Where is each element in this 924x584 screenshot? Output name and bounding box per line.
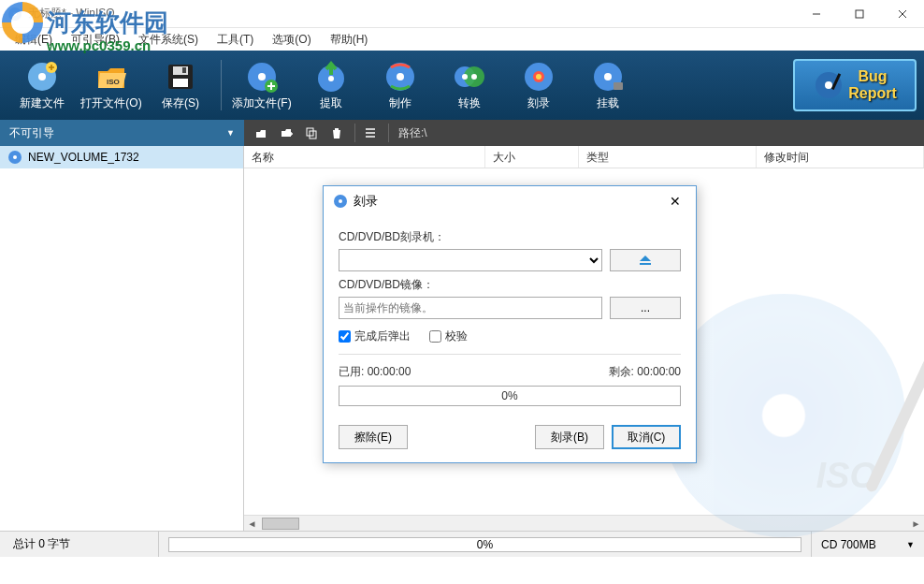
status-total: 总计 0 字节 <box>0 532 159 557</box>
bug-report-label1: Bug <box>848 68 897 85</box>
dialog-close-button[interactable]: ✕ <box>664 190 686 212</box>
new-file-icon <box>25 60 59 94</box>
add-file-icon <box>245 60 279 94</box>
svg-point-32 <box>825 81 832 89</box>
app-icon <box>7 7 22 22</box>
col-type[interactable]: 类型 <box>579 146 757 168</box>
list-header: 名称 大小 类型 修改时间 <box>244 146 924 168</box>
open-file-button[interactable]: ISO 打开文件(O) <box>77 53 146 117</box>
svg-point-20 <box>397 73 404 80</box>
svg-rect-43 <box>640 263 651 265</box>
svg-point-23 <box>462 74 468 80</box>
col-mtime[interactable]: 修改时间 <box>757 146 924 168</box>
titlebar: 无标题* - WinISO <box>0 0 924 28</box>
svg-text:ISO: ISO <box>107 78 120 86</box>
burn-button[interactable]: 刻录 <box>504 53 573 117</box>
view-mode-button[interactable] <box>359 123 382 143</box>
remain-time: 剩余: 00:00:00 <box>609 364 681 380</box>
media-label: CD 700MB <box>821 538 876 551</box>
extract-label: 提取 <box>320 95 342 111</box>
mount-button[interactable]: 挂载 <box>573 53 642 117</box>
dialog-progress-text: 0% <box>501 389 517 402</box>
bug-report-label2: Report <box>848 85 897 102</box>
browse-button[interactable]: ... <box>610 297 681 319</box>
make-icon <box>383 60 417 94</box>
burn-dialog: 刻录 ✕ CD/DVD/BD刻录机： CD/DVD/BD镜像： ... 完成后弹… <box>323 185 697 463</box>
menu-filesystem[interactable]: 文件系统(S) <box>129 30 208 50</box>
svg-point-40 <box>13 155 17 159</box>
copy-button[interactable] <box>300 123 323 143</box>
make-label: 制作 <box>389 95 411 111</box>
svg-point-27 <box>536 74 541 80</box>
burner-label: CD/DVD/BD刻录机： <box>339 229 681 245</box>
save-button[interactable]: 保存(S) <box>146 53 215 117</box>
svg-point-18 <box>328 76 334 81</box>
svg-point-7 <box>38 73 46 80</box>
svg-rect-13 <box>182 67 186 73</box>
convert-label: 转换 <box>458 95 481 111</box>
image-path-input[interactable] <box>339 297 602 319</box>
toolbar: 新建文件 ISO 打开文件(O) 保存(S) 添加文件(F) 提取 制作 转换 … <box>0 51 924 120</box>
add-file-label: 添加文件(F) <box>232 95 291 111</box>
svg-point-29 <box>604 73 612 80</box>
svg-point-42 <box>339 199 342 203</box>
new-file-label: 新建文件 <box>20 95 65 111</box>
menu-help[interactable]: 帮助(H) <box>321 30 378 50</box>
menu-tools[interactable]: 工具(T) <box>208 30 263 50</box>
col-size[interactable]: 大小 <box>485 146 579 168</box>
secondary-bar: 不可引导 ▼ 路径:\ <box>0 120 924 146</box>
convert-button[interactable]: 转换 <box>435 53 504 117</box>
eject-after-checkbox[interactable]: 完成后弹出 <box>339 328 411 344</box>
add-file-button[interactable]: 添加文件(F) <box>227 53 296 117</box>
tree-item-volume[interactable]: NEW_VOLUME_1732 <box>0 146 243 168</box>
dialog-burn-button[interactable]: 刻录(B) <box>535 425 604 449</box>
convert-icon <box>453 60 486 94</box>
status-progress: 0% <box>159 532 812 557</box>
up-folder-button[interactable] <box>250 123 272 143</box>
svg-point-15 <box>258 73 266 80</box>
boot-status-label: 不可引导 <box>9 125 54 141</box>
extract-button[interactable]: 提取 <box>296 53 366 117</box>
bug-report-button[interactable]: Bug Report <box>793 59 917 111</box>
used-time: 已用: 00:00:00 <box>339 364 411 380</box>
burner-select[interactable] <box>339 249 602 271</box>
dialog-progress: 0% <box>339 386 681 406</box>
dialog-cancel-button[interactable]: 取消(C) <box>612 425 681 449</box>
open-file-label: 打开文件(O) <box>80 95 141 111</box>
svg-rect-30 <box>614 82 623 90</box>
minimize-button[interactable] <box>795 0 838 28</box>
status-percent: 0% <box>477 538 493 551</box>
window-title: 无标题* - WinISO <box>28 6 115 22</box>
menu-options[interactable]: 选项(O) <box>263 30 320 50</box>
dialog-titlebar[interactable]: 刻录 ✕ <box>324 186 696 216</box>
verify-checkbox[interactable]: 校验 <box>429 328 468 344</box>
statusbar: 总计 0 字节 0% CD 700MB ▼ <box>0 531 924 557</box>
delete-button[interactable] <box>325 123 348 143</box>
burn-label: 刻录 <box>527 95 550 111</box>
tree-pane[interactable]: NEW_VOLUME_1732 <box>0 146 244 531</box>
dialog-title: 刻录 <box>354 193 378 210</box>
burn-icon <box>522 60 556 94</box>
erase-button[interactable]: 擦除(E) <box>339 425 408 449</box>
col-name[interactable]: 名称 <box>244 146 485 168</box>
horizontal-scrollbar[interactable]: ◄ ► <box>244 515 924 531</box>
menubar: 编辑(E) 可引导(B) 文件系统(S) 工具(T) 选项(O) 帮助(H) <box>0 28 924 51</box>
svg-rect-3 <box>856 10 863 18</box>
make-button[interactable]: 制作 <box>366 53 435 117</box>
close-button[interactable] <box>881 0 924 28</box>
eject-icon <box>639 255 652 266</box>
media-combo[interactable]: CD 700MB ▼ <box>812 532 924 557</box>
menu-edit[interactable]: 编辑(E) <box>6 30 62 50</box>
svg-point-24 <box>471 74 477 80</box>
maximize-button[interactable] <box>838 0 881 28</box>
tree-volume-label: NEW_VOLUME_1732 <box>28 151 139 164</box>
menu-bootable[interactable]: 可引导(B) <box>62 30 129 50</box>
boot-status[interactable]: 不可引导 ▼ <box>0 120 244 146</box>
new-file-button[interactable]: 新建文件 <box>7 53 77 117</box>
eject-button[interactable] <box>610 249 681 271</box>
mount-label: 挂载 <box>597 95 619 111</box>
extract-icon <box>314 60 348 94</box>
new-folder-button[interactable] <box>275 123 297 143</box>
open-file-icon: ISO <box>94 60 128 94</box>
image-label: CD/DVD/BD镜像： <box>339 277 681 293</box>
